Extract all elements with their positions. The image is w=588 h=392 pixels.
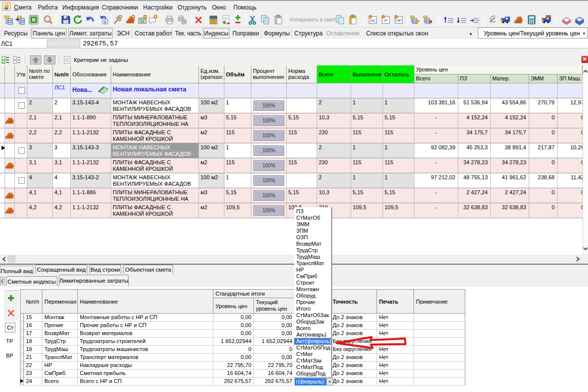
svg-text:ЛС: ЛС (370, 18, 376, 23)
svg-text:Р: Р (385, 18, 387, 23)
svg-text:ПР: ПР (396, 18, 401, 23)
svg-text:x: x (104, 20, 106, 24)
